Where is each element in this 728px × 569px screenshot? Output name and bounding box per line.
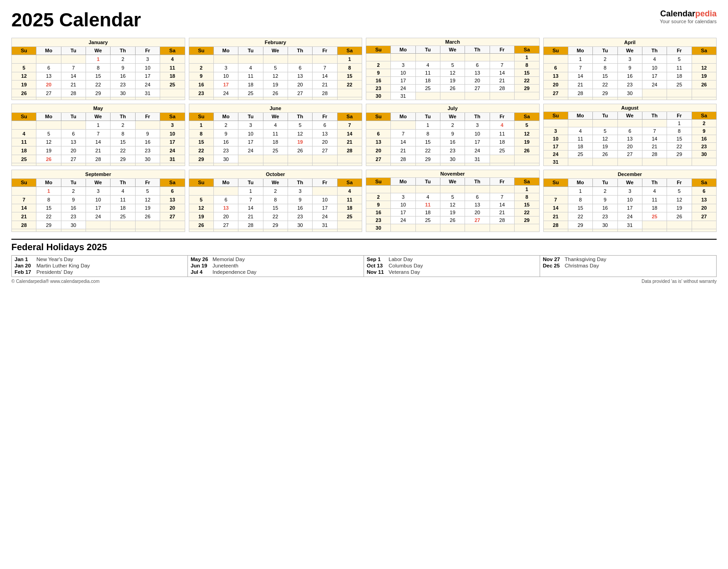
- calendar-day[interactable]: 9: [593, 195, 617, 204]
- calendar-day[interactable]: 29: [189, 155, 213, 163]
- calendar-day[interactable]: 11: [337, 195, 362, 204]
- calendar-day[interactable]: 3: [238, 121, 263, 130]
- calendar-day[interactable]: 28: [543, 221, 568, 229]
- calendar-day[interactable]: 10: [391, 69, 415, 77]
- calendar-day[interactable]: 20: [288, 81, 312, 89]
- calendar-day[interactable]: 16: [692, 135, 716, 143]
- calendar-day[interactable]: 15: [189, 138, 213, 146]
- calendar-day[interactable]: 26: [440, 85, 465, 92]
- calendar-day[interactable]: 7: [313, 63, 337, 72]
- calendar-day[interactable]: 22: [515, 77, 539, 85]
- calendar-day[interactable]: 20: [465, 77, 490, 85]
- calendar-day[interactable]: 12: [667, 195, 692, 204]
- calendar-day[interactable]: 28: [337, 146, 362, 155]
- calendar-day[interactable]: 24: [543, 151, 568, 158]
- calendar-day[interactable]: 30: [213, 155, 238, 163]
- calendar-day[interactable]: 20: [465, 209, 490, 217]
- calendar-day[interactable]: 14: [61, 72, 86, 81]
- calendar-day[interactable]: 8: [111, 129, 135, 138]
- calendar-day[interactable]: 18: [415, 209, 440, 217]
- calendar-day[interactable]: 1: [568, 55, 592, 64]
- calendar-day[interactable]: 23: [61, 212, 86, 221]
- calendar-day[interactable]: 16: [593, 204, 617, 212]
- calendar-day[interactable]: 7: [12, 195, 36, 204]
- calendar-day[interactable]: 19: [288, 138, 312, 146]
- calendar-day[interactable]: 27: [617, 151, 642, 158]
- calendar-day[interactable]: 27: [465, 85, 490, 92]
- calendar-day[interactable]: 14: [391, 138, 415, 146]
- calendar-day[interactable]: 3: [391, 61, 415, 69]
- calendar-day[interactable]: 6: [160, 187, 185, 196]
- calendar-day[interactable]: 16: [366, 77, 391, 85]
- calendar-day[interactable]: 12: [440, 69, 465, 77]
- calendar-day[interactable]: 19: [667, 204, 692, 212]
- calendar-day[interactable]: 13: [313, 129, 337, 138]
- calendar-day[interactable]: 10: [543, 135, 568, 143]
- calendar-day[interactable]: 21: [337, 138, 362, 146]
- calendar-day[interactable]: 8: [189, 129, 213, 138]
- calendar-day[interactable]: 23: [366, 217, 391, 224]
- calendar-day[interactable]: 29: [111, 155, 135, 163]
- calendar-day[interactable]: 23: [366, 85, 391, 92]
- calendar-day[interactable]: 26: [593, 151, 617, 158]
- calendar-day[interactable]: 10: [238, 129, 263, 138]
- calendar-day[interactable]: 16: [440, 138, 465, 146]
- calendar-day[interactable]: 24: [617, 212, 642, 221]
- calendar-day[interactable]: 2: [111, 55, 135, 64]
- calendar-day[interactable]: 29: [593, 89, 617, 97]
- calendar-day[interactable]: 14: [337, 129, 362, 138]
- calendar-day[interactable]: 16: [617, 72, 642, 81]
- calendar-day[interactable]: 5: [263, 63, 288, 72]
- calendar-day[interactable]: 6: [543, 63, 568, 72]
- calendar-day[interactable]: 18: [337, 204, 362, 212]
- calendar-day[interactable]: 31: [465, 155, 490, 163]
- calendar-day[interactable]: 3: [465, 121, 490, 130]
- calendar-day[interactable]: 22: [36, 212, 61, 221]
- calendar-day[interactable]: 9: [617, 63, 642, 72]
- calendar-day[interactable]: 20: [617, 143, 642, 151]
- calendar-day[interactable]: 20: [366, 146, 391, 155]
- calendar-day[interactable]: 27: [366, 155, 391, 163]
- calendar-day[interactable]: 22: [189, 146, 213, 155]
- calendar-day[interactable]: 12: [189, 204, 213, 212]
- calendar-day[interactable]: 13: [36, 72, 61, 81]
- calendar-day[interactable]: 17: [465, 138, 490, 146]
- calendar-day[interactable]: 28: [61, 89, 86, 97]
- calendar-day[interactable]: 2: [593, 55, 617, 64]
- calendar-day[interactable]: 17: [160, 138, 185, 146]
- calendar-day[interactable]: 5: [12, 63, 36, 72]
- calendar-day[interactable]: 8: [337, 63, 362, 72]
- calendar-day[interactable]: 26: [515, 146, 539, 155]
- calendar-day[interactable]: 15: [415, 138, 440, 146]
- calendar-day[interactable]: 13: [61, 138, 86, 146]
- calendar-day[interactable]: 22: [337, 81, 362, 89]
- calendar-day[interactable]: 30: [440, 155, 465, 163]
- calendar-day[interactable]: 16: [111, 72, 135, 81]
- calendar-day[interactable]: 20: [313, 138, 337, 146]
- calendar-day[interactable]: 16: [366, 209, 391, 217]
- calendar-day[interactable]: 7: [490, 193, 514, 201]
- calendar-day[interactable]: 4: [263, 121, 288, 130]
- calendar-day[interactable]: 15: [337, 72, 362, 81]
- calendar-day[interactable]: 27: [313, 146, 337, 155]
- calendar-day[interactable]: 15: [667, 135, 692, 143]
- calendar-day[interactable]: 31: [135, 89, 160, 97]
- calendar-day[interactable]: 24: [86, 212, 111, 221]
- calendar-day[interactable]: 13: [543, 72, 568, 81]
- calendar-day[interactable]: 12: [135, 195, 160, 204]
- calendar-day[interactable]: 2: [263, 187, 288, 196]
- calendar-day[interactable]: 5: [667, 187, 692, 196]
- calendar-day[interactable]: 26: [440, 217, 465, 224]
- calendar-day[interactable]: 24: [391, 85, 415, 92]
- calendar-day[interactable]: 4: [160, 55, 185, 64]
- calendar-day[interactable]: 22: [568, 212, 592, 221]
- calendar-day[interactable]: 17: [391, 77, 415, 85]
- calendar-day[interactable]: 2: [366, 61, 391, 69]
- calendar-day[interactable]: 31: [543, 158, 568, 166]
- calendar-day[interactable]: 19: [263, 81, 288, 89]
- calendar-day[interactable]: 27: [543, 89, 568, 97]
- calendar-day[interactable]: 14: [543, 204, 568, 212]
- calendar-day[interactable]: 25: [667, 81, 692, 89]
- calendar-day[interactable]: 17: [135, 72, 160, 81]
- calendar-day[interactable]: 20: [160, 204, 185, 212]
